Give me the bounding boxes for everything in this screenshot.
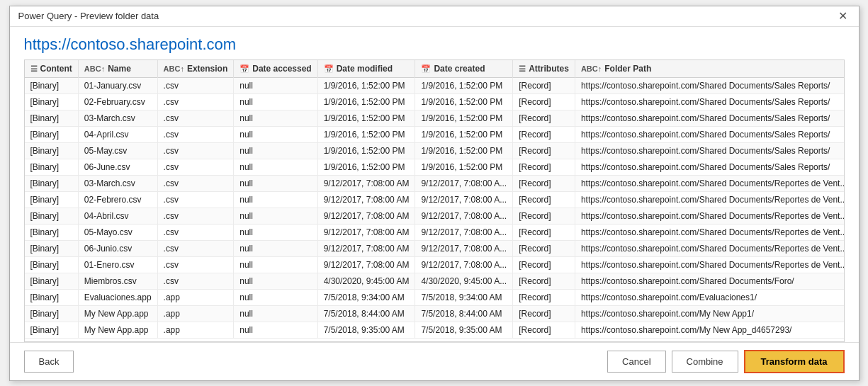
col-header-content[interactable]: ☰Content	[25, 60, 79, 78]
dialog: Power Query - Preview folder data ✕ http…	[9, 6, 859, 381]
table-cell: [Record]	[513, 93, 575, 110]
table-cell: 9/12/2017, 7:08:00 AM	[317, 224, 415, 240]
col-icon: ABC↑	[164, 64, 184, 73]
table-row[interactable]: [Binary]04-April.csv.csvnull1/9/2016, 1:…	[25, 126, 845, 142]
col-header-date-created[interactable]: 📅Date created	[415, 60, 513, 78]
table-row[interactable]: [Binary]06-June.csv.csvnull1/9/2016, 1:5…	[25, 159, 845, 175]
table-cell: 03-March.csv	[78, 110, 157, 126]
table-cell: 1/9/2016, 1:52:00 PM	[415, 93, 513, 110]
table-row[interactable]: [Binary]My New App.app.appnull7/5/2018, …	[25, 305, 845, 322]
table-cell: [Binary]	[25, 175, 79, 191]
col-header-date-modified[interactable]: 📅Date modified	[317, 60, 415, 78]
col-label: Date created	[434, 64, 485, 74]
table-cell: [Record]	[513, 224, 575, 240]
table-cell: [Record]	[513, 322, 575, 338]
table-cell: [Binary]	[25, 322, 79, 338]
table-cell: https://contoso.sharepoint.com/My New Ap…	[575, 305, 844, 322]
table-cell: 1/9/2016, 1:52:00 PM	[317, 77, 415, 93]
table-cell: [Record]	[513, 110, 575, 126]
transform-data-button[interactable]: Transform data	[744, 350, 845, 373]
table-cell: .csv	[157, 77, 234, 93]
table-cell: 04-Abril.csv	[78, 208, 157, 224]
table-cell: [Record]	[513, 240, 575, 256]
table-cell: 1/9/2016, 1:52:00 PM	[317, 159, 415, 175]
back-button[interactable]: Back	[24, 351, 74, 373]
cancel-button[interactable]: Cancel	[607, 351, 665, 373]
table-cell: 03-March.csv	[78, 175, 157, 191]
dialog-title: Power Query - Preview folder data	[18, 11, 159, 21]
table-row[interactable]: [Binary]03-March.csv.csvnull1/9/2016, 1:…	[25, 110, 845, 126]
table-row[interactable]: [Binary]05-Mayo.csv.csvnull9/12/2017, 7:…	[25, 224, 845, 240]
table-cell: 7/5/2018, 8:44:00 AM	[415, 305, 513, 322]
table-cell: 02-February.csv	[78, 93, 157, 110]
table-cell: [Record]	[513, 159, 575, 175]
data-table: ☰ContentABC↑NameABC↑Extension📅Date acces…	[25, 60, 845, 339]
table-row[interactable]: [Binary]01-January.csv.csvnull1/9/2016, …	[25, 77, 845, 93]
col-label: Date accessed	[252, 64, 311, 74]
table-cell: https://contoso.sharepoint.com/Shared Do…	[575, 93, 844, 110]
table-cell: https://contoso.sharepoint.com/Shared Do…	[575, 240, 844, 256]
table-row[interactable]: [Binary]My New App.app.appnull7/5/2018, …	[25, 322, 845, 338]
close-button[interactable]: ✕	[835, 11, 850, 22]
table-cell: null	[234, 289, 317, 305]
table-cell: 1/9/2016, 1:52:00 PM	[317, 142, 415, 159]
table-cell: 1/9/2016, 1:52:00 PM	[317, 110, 415, 126]
col-icon: ABC↑	[84, 64, 105, 73]
table-cell: 1/9/2016, 1:52:00 PM	[317, 93, 415, 110]
table-row[interactable]: [Binary]Miembros.csv.csvnull4/30/2020, 9…	[25, 273, 845, 289]
table-cell: 1/9/2016, 1:52:00 PM	[317, 126, 415, 142]
table-cell: https://contoso.sharepoint.com/Shared Do…	[575, 175, 844, 191]
table-cell: null	[234, 191, 317, 208]
table-cell: My New App.app	[78, 322, 157, 338]
table-cell: [Record]	[513, 175, 575, 191]
table-cell: null	[234, 110, 317, 126]
table-cell: [Binary]	[25, 208, 79, 224]
table-cell: 7/5/2018, 9:34:00 AM	[415, 289, 513, 305]
table-cell: 9/12/2017, 7:08:00 A...	[415, 208, 513, 224]
table-cell: .csv	[157, 110, 234, 126]
table-cell: [Record]	[513, 256, 575, 273]
dialog-header: https://contoso.sharepoint.com	[10, 27, 859, 59]
col-header-name[interactable]: ABC↑Name	[78, 60, 157, 78]
table-cell: .csv	[157, 224, 234, 240]
table-row[interactable]: [Binary]06-Junio.csv.csvnull9/12/2017, 7…	[25, 240, 845, 256]
table-cell: null	[234, 93, 317, 110]
table-cell: null	[234, 256, 317, 273]
table-cell: null	[234, 322, 317, 338]
table-cell: 1/9/2016, 1:52:00 PM	[415, 126, 513, 142]
col-header-extension[interactable]: ABC↑Extension	[157, 60, 234, 78]
table-cell: .csv	[157, 175, 234, 191]
table-cell: 9/12/2017, 7:08:00 AM	[317, 256, 415, 273]
table-cell: null	[234, 175, 317, 191]
table-cell: https://contoso.sharepoint.com/Shared Do…	[575, 110, 844, 126]
col-label: Attributes	[529, 64, 569, 74]
table-cell: null	[234, 305, 317, 322]
col-header-folder-path[interactable]: ABC↑Folder Path	[575, 60, 844, 78]
table-cell: .csv	[157, 191, 234, 208]
table-cell: 7/5/2018, 8:44:00 AM	[317, 305, 415, 322]
table-cell: [Binary]	[25, 289, 79, 305]
footer-right: Cancel Combine Transform data	[607, 350, 844, 373]
table-cell: [Record]	[513, 273, 575, 289]
table-row[interactable]: [Binary]05-May.csv.csvnull1/9/2016, 1:52…	[25, 142, 845, 159]
combine-button[interactable]: Combine	[672, 351, 738, 373]
table-row[interactable]: [Binary]02-Febrero.csv.csvnull9/12/2017,…	[25, 191, 845, 208]
table-cell: https://contoso.sharepoint.com/Shared Do…	[575, 126, 844, 142]
table-cell: .app	[157, 322, 234, 338]
table-row[interactable]: [Binary]01-Enero.csv.csvnull9/12/2017, 7…	[25, 256, 845, 273]
col-header-date-accessed[interactable]: 📅Date accessed	[234, 60, 317, 78]
table-cell: https://contoso.sharepoint.com/Evaluacio…	[575, 289, 844, 305]
table-row[interactable]: [Binary]02-February.csv.csvnull1/9/2016,…	[25, 93, 845, 110]
table-cell: https://contoso.sharepoint.com/Shared Do…	[575, 159, 844, 175]
table-cell: null	[234, 273, 317, 289]
table-row[interactable]: [Binary]Evaluaciones.app.appnull7/5/2018…	[25, 289, 845, 305]
table-row[interactable]: [Binary]03-March.csv.csvnull9/12/2017, 7…	[25, 175, 845, 191]
table-cell: .csv	[157, 93, 234, 110]
col-header-attributes[interactable]: ☰Attributes	[513, 60, 575, 78]
table-cell: https://contoso.sharepoint.com/Shared Do…	[575, 191, 844, 208]
table-row[interactable]: [Binary]04-Abril.csv.csvnull9/12/2017, 7…	[25, 208, 845, 224]
col-icon: ☰	[519, 64, 526, 74]
table-cell: .csv	[157, 126, 234, 142]
col-icon: 📅	[421, 64, 431, 74]
table-cell: 7/5/2018, 9:35:00 AM	[415, 322, 513, 338]
